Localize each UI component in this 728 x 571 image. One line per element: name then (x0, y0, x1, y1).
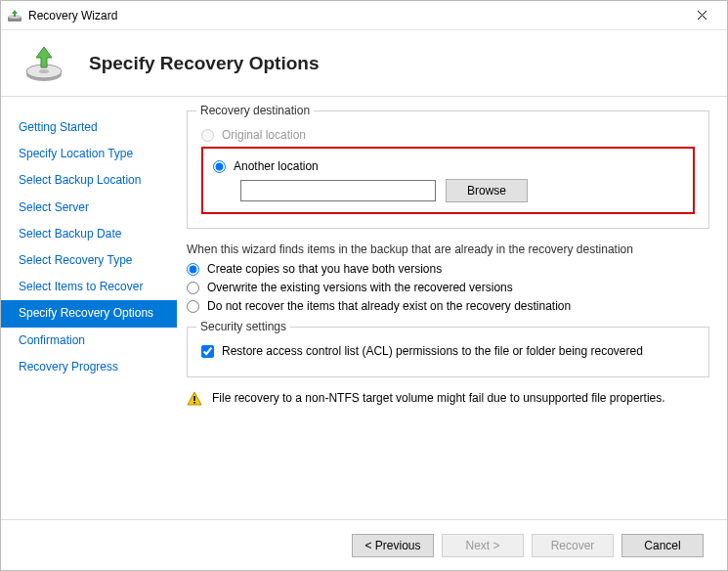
footer: < Previous Next > Recover Cancel (1, 519, 727, 570)
another-location-controls: Browse (240, 179, 683, 202)
radio-original-location-row: Original location (201, 128, 695, 142)
sidebar-step-recovery-progress[interactable]: Recovery Progress (1, 354, 177, 380)
radio-create-copies-label: Create copies so that you have both vers… (207, 262, 442, 276)
sidebar-step-getting-started[interactable]: Getting Started (1, 114, 177, 141)
browse-button[interactable]: Browse (446, 179, 528, 202)
radio-another-location-row[interactable]: Another location (213, 159, 683, 173)
titlebar: Recovery Wizard (1, 1, 727, 30)
sidebar: Getting Started Specify Location Type Se… (1, 97, 177, 519)
warning-icon (187, 391, 202, 407)
sidebar-step-backup-date[interactable]: Select Backup Date (1, 221, 177, 247)
previous-button[interactable]: < Previous (352, 534, 434, 557)
checkbox-restore-acl-row[interactable]: Restore access control list (ACL) permis… (201, 344, 695, 358)
sidebar-step-items-to-recover[interactable]: Select Items to Recover (1, 274, 177, 300)
recovery-destination-group: Recovery destination Original location A… (187, 110, 709, 229)
radio-create-copies-row[interactable]: Create copies so that you have both vers… (187, 262, 709, 276)
radio-original-location-label: Original location (222, 128, 306, 142)
checkbox-restore-acl-label: Restore access control list (ACL) permis… (222, 344, 643, 358)
conflict-group: When this wizard finds items in the back… (187, 242, 709, 313)
radio-do-not-recover-row[interactable]: Do not recover the items that already ex… (187, 299, 709, 313)
radio-create-copies[interactable] (187, 263, 199, 276)
sidebar-step-recovery-options[interactable]: Specify Recovery Options (1, 300, 177, 327)
sidebar-step-confirmation[interactable]: Confirmation (1, 328, 177, 354)
recover-button: Recover (532, 534, 614, 557)
another-location-path-input[interactable] (240, 180, 436, 201)
highlighted-another-location: Another location Browse (201, 147, 695, 214)
sidebar-step-recovery-type[interactable]: Select Recovery Type (1, 247, 177, 274)
radio-overwrite-row[interactable]: Overwrite the existing versions with the… (187, 281, 709, 294)
svg-point-6 (39, 69, 49, 73)
sidebar-step-backup-location[interactable]: Select Backup Location (1, 167, 177, 194)
radio-another-location-label: Another location (234, 159, 319, 173)
svg-rect-8 (193, 402, 195, 404)
radio-do-not-recover-label: Do not recover the items that already ex… (207, 299, 571, 313)
radio-another-location[interactable] (213, 160, 226, 173)
next-button: Next > (442, 534, 524, 557)
window-title: Recovery Wizard (28, 9, 682, 22)
close-button[interactable] (682, 2, 721, 29)
cancel-button[interactable]: Cancel (621, 534, 704, 557)
security-settings-legend: Security settings (196, 320, 290, 333)
header-band: Specify Recovery Options (1, 30, 727, 97)
radio-overwrite[interactable] (187, 282, 199, 294)
sidebar-step-select-server[interactable]: Select Server (1, 195, 177, 221)
svg-rect-7 (193, 396, 195, 401)
content-pane: Recovery destination Original location A… (177, 97, 727, 519)
sidebar-step-location-type[interactable]: Specify Location Type (1, 141, 177, 167)
close-icon (697, 10, 707, 21)
warning-row: File recovery to a non-NTFS target volum… (187, 391, 709, 407)
radio-overwrite-label: Overwrite the existing versions with the… (207, 281, 513, 294)
radio-do-not-recover[interactable] (187, 300, 199, 313)
page-heading: Specify Recovery Options (89, 53, 319, 74)
recovery-destination-legend: Recovery destination (196, 104, 314, 117)
wizard-window: Recovery Wizard Specify Recovery Options… (0, 0, 728, 571)
conflict-intro: When this wizard finds items in the back… (187, 242, 709, 256)
body: Getting Started Specify Location Type Se… (1, 97, 727, 519)
warning-text: File recovery to a non-NTFS target volum… (212, 391, 665, 405)
radio-original-location (201, 129, 214, 142)
security-settings-group: Security settings Restore access control… (187, 327, 709, 377)
recovery-hero-icon (22, 42, 65, 85)
checkbox-restore-acl[interactable] (201, 345, 214, 358)
app-icon (7, 8, 22, 23)
